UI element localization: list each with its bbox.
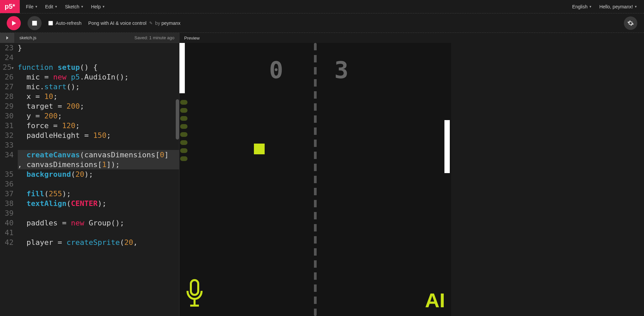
gear-icon bbox=[627, 20, 634, 27]
line-gutter: 232425▼262728293031323334353637383940414… bbox=[0, 43, 16, 316]
author-link[interactable]: peymanx bbox=[161, 20, 180, 26]
main-menu: File▼ Edit▼ Sketch▼ Help▼ bbox=[20, 0, 105, 13]
auto-refresh-checkbox[interactable] bbox=[48, 21, 53, 25]
editor-pane: sketch.js Saved: 1 minute ago 232425▼262… bbox=[0, 33, 179, 316]
menu-help[interactable]: Help▼ bbox=[91, 4, 105, 9]
user-menu[interactable]: Hello, peymanx!▼ bbox=[599, 4, 637, 9]
center-line bbox=[314, 43, 317, 316]
player-paddle bbox=[179, 43, 185, 93]
menu-sketch[interactable]: Sketch▼ bbox=[65, 4, 84, 9]
play-icon bbox=[11, 20, 16, 26]
microphone-icon bbox=[184, 279, 205, 309]
chevron-down-icon: ▼ bbox=[35, 5, 38, 8]
sketch-title-text: Pong with AI & voice control bbox=[88, 20, 147, 26]
topbar: p5* File▼ Edit▼ Sketch▼ Help▼ English▼ H… bbox=[0, 0, 644, 13]
stop-button[interactable] bbox=[28, 16, 42, 30]
editor-header: sketch.js Saved: 1 minute ago bbox=[0, 33, 179, 43]
play-button[interactable] bbox=[7, 16, 21, 30]
stop-icon bbox=[32, 21, 37, 25]
logo[interactable]: p5* bbox=[0, 0, 20, 13]
chevron-down-icon: ▼ bbox=[102, 5, 105, 8]
topbar-right: English▼ Hello, peymanx!▼ bbox=[572, 0, 644, 13]
auto-refresh-label: Auto-refresh bbox=[56, 20, 82, 26]
code-editor[interactable]: 232425▼262728293031323334353637383940414… bbox=[0, 43, 179, 316]
file-tab[interactable]: sketch.js bbox=[15, 35, 41, 40]
chevron-down-icon: ▼ bbox=[634, 5, 637, 8]
chevron-down-icon: ▼ bbox=[589, 5, 592, 8]
volume-bars bbox=[180, 100, 187, 161]
language-switcher[interactable]: English▼ bbox=[572, 4, 592, 9]
score-player: 0 bbox=[269, 56, 282, 84]
auto-refresh-toggle[interactable]: Auto-refresh bbox=[48, 20, 82, 26]
saved-status: Saved: 1 minute ago bbox=[135, 35, 179, 40]
svg-marker-0 bbox=[12, 21, 16, 25]
workspace: sketch.js Saved: 1 minute ago 232425▼262… bbox=[0, 33, 644, 316]
svg-rect-2 bbox=[191, 280, 198, 295]
settings-button[interactable] bbox=[624, 16, 637, 30]
toolbar: Auto-refresh Pong with AI & voice contro… bbox=[0, 13, 644, 33]
sidebar-toggle[interactable] bbox=[0, 33, 15, 43]
chevron-down-icon: ▼ bbox=[80, 5, 84, 8]
scrollbar-thumb[interactable] bbox=[176, 99, 179, 140]
menu-edit[interactable]: Edit▼ bbox=[45, 4, 58, 9]
svg-marker-1 bbox=[6, 36, 8, 40]
score-ai: 3 bbox=[334, 56, 347, 84]
sketch-title: Pong with AI & voice control ✎ by peyman… bbox=[88, 20, 180, 26]
chevron-down-icon: ▼ bbox=[55, 5, 58, 8]
menu-file[interactable]: File▼ bbox=[26, 4, 38, 9]
sketch-by: by peymanx bbox=[155, 20, 181, 26]
ai-label: AI bbox=[425, 289, 445, 312]
preview-header: Preview bbox=[179, 33, 644, 43]
chevron-right-icon bbox=[5, 36, 9, 40]
ai-paddle bbox=[444, 120, 450, 173]
preview-canvas[interactable]: 0 3 AI bbox=[179, 43, 451, 316]
pencil-icon[interactable]: ✎ bbox=[149, 21, 153, 25]
preview-pane: Preview 0 3 AI bbox=[179, 33, 644, 316]
ball bbox=[254, 144, 265, 154]
code-content[interactable]: }function setup() { mic = new p5.AudioIn… bbox=[16, 43, 179, 316]
